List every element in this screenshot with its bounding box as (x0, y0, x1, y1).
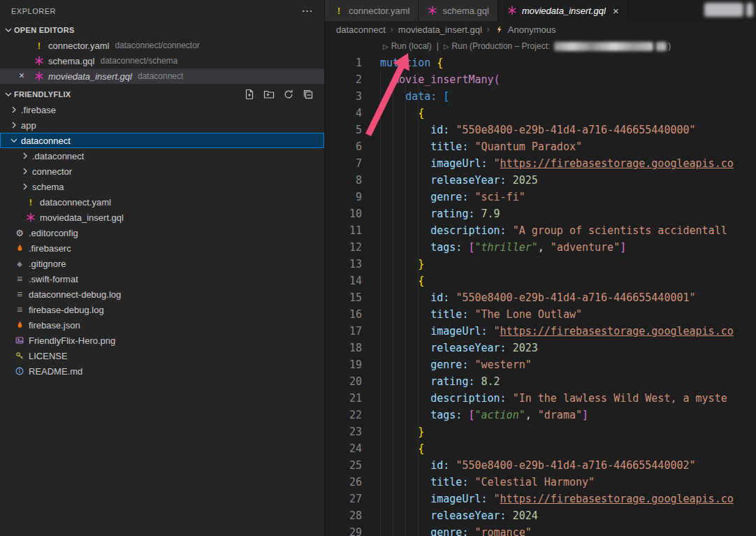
breadcrumb-item-dataconnect[interactable]: dataconnect (336, 24, 386, 35)
line-number: 28 (325, 507, 362, 524)
new-file-icon[interactable] (243, 88, 256, 101)
breadcrumb-item-symbol[interactable]: Anonymous (508, 24, 556, 35)
file-label: .firebase (21, 105, 56, 115)
code-line-content: id: "550e8400-e29b-41d4-a716-44665544000… (362, 289, 696, 306)
code-line: 19 genre: "western" (325, 356, 756, 373)
chevron-down-icon (3, 89, 14, 100)
line-number: 7 (325, 155, 362, 172)
tree-folder-.dataconnect[interactable]: .dataconnect (0, 148, 324, 164)
file-label: moviedata_insert.gql (40, 212, 124, 223)
tree-file-.editorconfig[interactable]: ⚙.editorconfig (0, 225, 324, 240)
lines-icon: ≡ (14, 274, 25, 284)
code-line-content: imageUrl: "https://firebasestorage.googl… (362, 155, 734, 172)
code-line: 7 imageUrl: "https://firebasestorage.goo… (325, 155, 756, 172)
line-number: 26 (325, 474, 362, 491)
code-line-content: { (362, 273, 424, 289)
warning-icon: ! (25, 197, 36, 208)
line-number: 9 (325, 189, 362, 205)
line-number: 25 (325, 457, 362, 474)
diamond-icon: ◆ (14, 260, 25, 268)
code-line-content: rating: 7.9 (362, 205, 500, 222)
code-line: 4 { (325, 105, 756, 122)
code-line-content: { (362, 440, 424, 457)
tree-file-.gitignore[interactable]: ◆.gitignore (0, 256, 324, 271)
code-line-content: movie_insertMany( (362, 71, 500, 88)
file-label: .gitignore (29, 259, 66, 269)
tree-file-FriendlyFlix-Hero.png[interactable]: FriendlyFlix-Hero.png (0, 333, 324, 348)
tree-folder-dataconnect[interactable]: dataconnect (0, 133, 324, 148)
tree-folder-connector[interactable]: connector (0, 164, 324, 179)
codelens: ▷ Run (local) | ▷ Run (Production – Proj… (325, 38, 756, 55)
tree-folder-app[interactable]: app (0, 117, 324, 133)
graphql-icon (34, 56, 45, 66)
refresh-icon[interactable] (282, 88, 295, 101)
code-line-content: id: "550e8400-e29b-41d4-a716-44665544000… (362, 457, 696, 474)
code-line: 26 title: "Celestial Harmony" (325, 474, 756, 491)
warning-icon: ! (34, 41, 45, 51)
line-number: 13 (325, 256, 362, 273)
project-title: FRIENDLYFLIX (14, 90, 71, 99)
open-editor-schema.gql[interactable]: schema.gqldataconnect/schema (0, 53, 324, 68)
new-folder-icon[interactable] (263, 88, 275, 101)
file-tree: .firebaseappdataconnect.dataconnectconne… (0, 102, 324, 379)
chevron-right-icon (8, 119, 20, 131)
tree-file-firebase-debug.log[interactable]: ≡firebase-debug.log (0, 302, 324, 317)
tree-file-dataconnect.yaml[interactable]: !dataconnect.yaml (0, 194, 324, 210)
close-icon[interactable]: × (613, 5, 619, 17)
line-number: 16 (325, 306, 362, 323)
code-line: 29 genre: "romance" (325, 524, 756, 536)
code-line-content: tags: ["action", "drama"] (362, 407, 588, 423)
code-line-content: } (362, 423, 424, 440)
file-name: connector.yaml (48, 41, 109, 51)
run-production-link[interactable]: ▷ Run (Production – Project: ) (444, 41, 671, 51)
tree-file-.firebaserc[interactable]: .firebaserc (0, 240, 324, 256)
explorer-header: EXPLORER ⋯ (0, 0, 324, 22)
tree-file-firebase.json[interactable]: firebase.json (0, 317, 324, 333)
code-line: 2 movie_insertMany( (325, 71, 756, 88)
line-number: 10 (325, 205, 362, 222)
explorer-title: EXPLORER (11, 7, 56, 15)
code-line-content: id: "550e8400-e29b-41d4-a716-44665544000… (362, 122, 696, 138)
code-line-content: title: "Celestial Harmony" (362, 474, 595, 491)
tree-file-dataconnect-debug.log[interactable]: ≡dataconnect-debug.log (0, 287, 324, 302)
code-line: 21 description: "In the lawless Wild Wes… (325, 390, 756, 407)
code-line: 25 id: "550e8400-e29b-41d4-a716-44665544… (325, 457, 756, 474)
redacted-project-suffix (656, 42, 667, 51)
file-label: FriendlyFlix-Hero.png (29, 335, 115, 346)
tree-file-README.md[interactable]: README.md (0, 363, 324, 379)
code-line: 8 releaseYear: 2025 (325, 172, 756, 189)
file-label: connector (32, 166, 72, 177)
tree-file-.swift-format[interactable]: ≡.swift-format (0, 271, 324, 287)
tab-connector.yaml[interactable]: !connector.yaml (325, 0, 419, 21)
file-name: moviedata_insert.gql (48, 71, 132, 82)
code-line-content: { (362, 105, 424, 122)
open-editors-header[interactable]: OPEN EDITORS (0, 22, 324, 38)
tree-file-LICENSE[interactable]: LICENSE (0, 348, 324, 363)
code-editor[interactable]: 1mutation {2 movie_insertMany(3 data: [4… (325, 55, 756, 536)
open-editor-connector.yaml[interactable]: !connector.yamldataconnect/connector (0, 38, 324, 53)
close-icon[interactable]: × (19, 70, 24, 81)
more-actions-icon[interactable]: ⋯ (302, 6, 314, 17)
code-line: 16 title: "The Lone Outlaw" (325, 306, 756, 323)
editor-area: !connector.yamlschema.gqlmoviedata_inser… (324, 0, 756, 536)
tab-moviedata_insert.gql[interactable]: moviedata_insert.gql× (498, 0, 628, 21)
warning-icon: ! (333, 6, 344, 16)
file-label: dataconnect (21, 136, 71, 146)
collapse-all-icon[interactable] (302, 88, 314, 101)
tree-folder-.firebase[interactable]: .firebase (0, 102, 324, 117)
tab-label: moviedata_insert.gql (522, 6, 606, 16)
open-editors-list: !connector.yamldataconnect/connectorsche… (0, 38, 324, 84)
file-label: .swift-format (29, 274, 78, 284)
tree-file-moviedata_insert.gql[interactable]: moviedata_insert.gql (0, 210, 324, 225)
line-number: 20 (325, 373, 362, 390)
project-header[interactable]: FRIENDLYFLIX (0, 87, 324, 102)
breadcrumb: dataconnect › moviedata_insert.gql › Ano… (325, 21, 756, 38)
file-name: schema.gql (48, 56, 94, 66)
run-local-link[interactable]: ▷ Run (local) (383, 41, 432, 51)
tree-folder-schema[interactable]: schema (0, 179, 324, 194)
line-number: 12 (325, 239, 362, 256)
tab-schema.gql[interactable]: schema.gql (419, 0, 497, 21)
line-number: 8 (325, 172, 362, 189)
open-editor-moviedata_insert.gql[interactable]: ×moviedata_insert.gqldataconnect (0, 68, 324, 84)
breadcrumb-item-file[interactable]: moviedata_insert.gql (398, 24, 482, 35)
